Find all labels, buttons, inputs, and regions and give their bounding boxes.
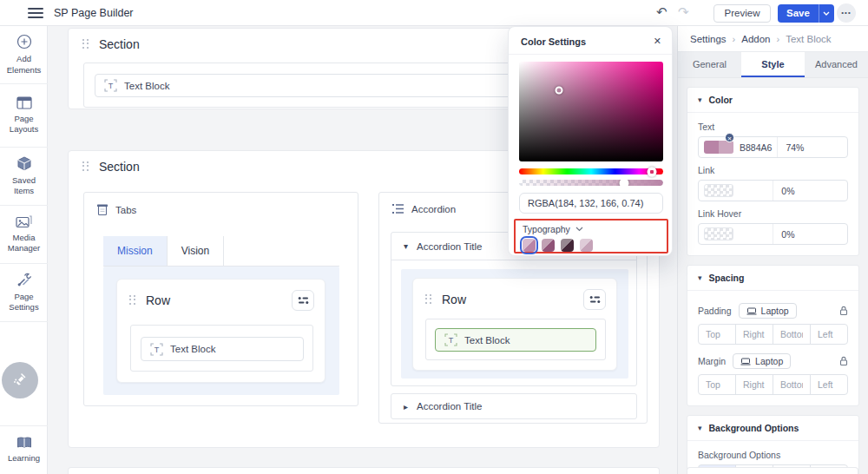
text-color-hex: B884A6: [740, 142, 772, 153]
more-options-button[interactable]: •••: [837, 3, 856, 23]
sidebar-item-media-manager[interactable]: Media Manager: [0, 206, 48, 264]
sidebar-item-add-elements[interactable]: Add Elements: [0, 26, 48, 84]
padding-right-input[interactable]: [735, 324, 773, 345]
column: T Text Block: [425, 319, 606, 360]
tabs-icon: [96, 203, 108, 216]
margin-lock-icon[interactable]: [839, 356, 848, 366]
margin-top-input[interactable]: [698, 374, 736, 395]
saturation-picker[interactable]: [519, 62, 663, 161]
padding-inputs: [698, 324, 848, 345]
text-opacity-value[interactable]: 74%: [778, 137, 847, 157]
accordion-title: Accordion Title: [417, 401, 482, 411]
spacing-section-header[interactable]: ▾ Spacing: [687, 266, 858, 291]
drag-handle-icon[interactable]: [82, 161, 90, 173]
link-color-swatch[interactable]: [704, 184, 733, 197]
color-swatch-3[interactable]: [561, 239, 574, 252]
link-hover-opacity-value[interactable]: 0%: [773, 224, 847, 244]
link-color-picker[interactable]: [699, 181, 773, 201]
tab-style[interactable]: Style: [741, 52, 805, 77]
padding-device-selector[interactable]: Laptop: [739, 303, 797, 319]
breadcrumb-settings[interactable]: Settings: [690, 34, 727, 44]
text-color-picker[interactable]: ✕ B884A6: [699, 137, 778, 157]
typography-toggle[interactable]: Typography: [523, 224, 660, 234]
typography-swatches: [523, 239, 660, 252]
saturation-cursor[interactable]: [556, 87, 563, 95]
alpha-gradient: [519, 180, 663, 186]
color-swatch-1[interactable]: [523, 239, 536, 252]
padding-bottom-input[interactable]: [773, 324, 811, 345]
color-section-header[interactable]: ▾ Color: [687, 88, 858, 113]
margin-label: Margin: [698, 356, 726, 366]
row: Row T Text Block: [116, 279, 326, 383]
sidebar-item-page-layouts[interactable]: Page Layouts: [0, 84, 48, 148]
undo-icon[interactable]: ↶: [656, 3, 667, 21]
accordion-item-2: ▸ Accordion Title: [391, 393, 637, 419]
panel-tabs: General Style Advanced: [678, 52, 868, 78]
padding-top-input[interactable]: [698, 324, 736, 345]
margin-left-input[interactable]: [810, 374, 848, 395]
margin-bottom-input[interactable]: [773, 374, 811, 395]
tab-vision[interactable]: Vision: [168, 236, 224, 266]
hue-handle[interactable]: [647, 167, 656, 176]
drag-handle-icon[interactable]: [82, 39, 90, 50]
sidebar-item-page-settings[interactable]: Page Settings: [0, 264, 48, 322]
clear-color-icon[interactable]: ✕: [725, 133, 734, 142]
avatar[interactable]: [2, 362, 38, 398]
text-color-label: Text: [698, 122, 848, 132]
addon-text-block-selected[interactable]: T Text Block: [435, 328, 596, 352]
avatar-zone: [0, 322, 48, 427]
background-options-header[interactable]: ▾ Background Options: [687, 416, 858, 441]
color-swatch-4[interactable]: [580, 239, 593, 252]
addon-text-block[interactable]: T Text Block: [141, 337, 304, 361]
menu-icon[interactable]: [28, 8, 43, 18]
svg-text:T: T: [449, 336, 454, 345]
padding-lock-icon[interactable]: [839, 306, 848, 316]
tab-content-panel: Row T Text Block: [103, 267, 339, 395]
sp-page-builder-app: SP Page Builder ↶ ↷ Preview Save ••• Add…: [0, 0, 868, 474]
column-settings-button[interactable]: [292, 290, 314, 311]
link-hover-color-swatch[interactable]: [704, 227, 733, 240]
column-settings-button[interactable]: [583, 289, 606, 310]
row-title[interactable]: Row: [442, 293, 575, 306]
device-label: Laptop: [755, 356, 783, 366]
text-block-icon: T: [104, 79, 117, 92]
laptop-icon: [740, 358, 751, 365]
section-title[interactable]: Section: [99, 160, 140, 174]
hue-slider[interactable]: [519, 168, 663, 174]
tab-advanced[interactable]: Advanced: [805, 52, 868, 77]
color-settings-popup: Color Settings ✕ Typography: [508, 26, 673, 256]
sidebar-item-learning[interactable]: Learning: [0, 425, 48, 474]
panel-card-partial: [687, 467, 858, 474]
link-opacity-value[interactable]: 0%: [773, 181, 847, 201]
margin-right-input[interactable]: [735, 374, 773, 395]
drag-handle-icon[interactable]: [129, 295, 137, 306]
cube-icon: [16, 156, 32, 171]
accordion-header-2[interactable]: ▸ Accordion Title: [391, 394, 636, 418]
preview-button[interactable]: Preview: [713, 4, 771, 23]
padding-left-input[interactable]: [810, 324, 848, 345]
laptop-icon: [746, 307, 757, 315]
background-options-label: Background Options: [698, 450, 848, 460]
alpha-handle[interactable]: [620, 180, 629, 186]
alpha-slider[interactable]: [519, 180, 663, 186]
breadcrumb-addon[interactable]: Addon: [741, 34, 770, 44]
column-layout-icon: [589, 295, 601, 304]
link-hover-color-picker[interactable]: [699, 224, 773, 244]
save-button[interactable]: Save: [778, 4, 819, 23]
sidebar-item-label: Page Layouts: [2, 114, 46, 135]
addon-label: Text Block: [464, 335, 510, 346]
section-title[interactable]: Section: [99, 37, 140, 51]
save-dropdown-button[interactable]: [819, 4, 834, 23]
padding-label: Padding: [698, 306, 732, 316]
close-icon[interactable]: ✕: [654, 36, 661, 47]
row-title[interactable]: Row: [146, 293, 283, 307]
row: Row T Text Block: [412, 278, 617, 371]
tab-general[interactable]: General: [678, 52, 741, 77]
margin-device-selector[interactable]: Laptop: [733, 353, 791, 369]
drag-handle-icon[interactable]: [425, 294, 433, 306]
tab-mission[interactable]: Mission: [103, 236, 168, 266]
sidebar-item-saved-items[interactable]: Saved Items: [0, 148, 48, 206]
rgba-input[interactable]: [519, 193, 663, 214]
popup-title: Color Settings: [521, 36, 586, 47]
color-swatch-2[interactable]: [542, 239, 555, 252]
